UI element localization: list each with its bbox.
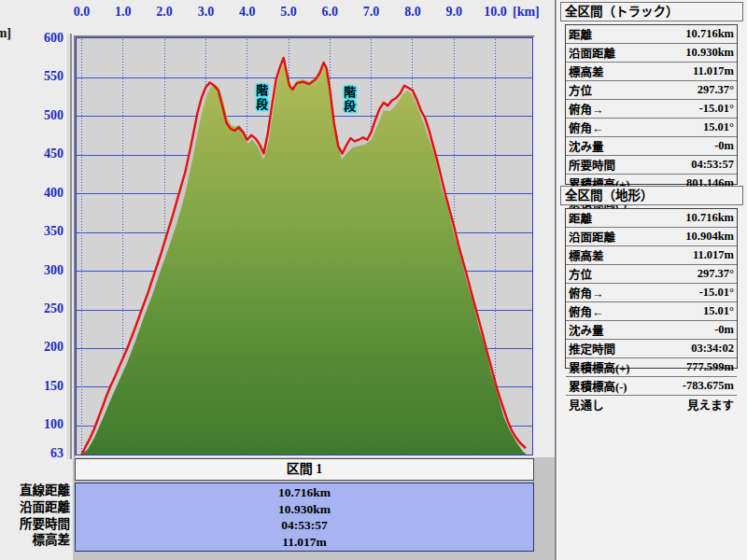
elevation-profile-window: [m] [km] 0.01.02.03.04.05.06.07.08.09.01… [0,0,747,560]
stat-label: 方位 [569,265,592,283]
terrain-area-fill [82,63,527,455]
segment-value: 10.930km [76,501,533,518]
x-axis-tick: 6.0 [311,5,348,20]
segment-label: 直線距離 [0,483,70,499]
x-axis-tick: 4.0 [229,5,266,20]
stat-value: 10.716km [685,211,734,225]
stat-row: 俯角←15.01° [566,119,737,137]
segment-value: 04:53:57 [76,517,533,534]
x-axis-tick: 7.0 [353,5,390,20]
stat-row: 累積標高(-)-783.675m [566,377,737,396]
stat-label: 累積標高(+) [569,358,629,376]
stat-label: 標高差 [569,246,604,264]
y-axis-tick: 100 [7,417,63,432]
stat-label: 沿面距離 [569,228,615,245]
stat-row: 沿面距離10.904km [566,228,737,246]
stat-label: 俯角← [569,302,604,320]
stat-label: 方位 [569,81,592,99]
x-axis-tick: 1.0 [105,5,142,20]
track-panel-header: 全区間（トラック） [560,2,743,21]
stat-value: 11.017m [693,64,734,78]
stat-label: 見通し [569,396,604,413]
y-axis-tick: 400 [7,186,63,201]
stat-row: 距離10.716km [566,25,737,44]
y-axis-tick: 300 [7,263,63,278]
stat-label: 沈み量 [569,321,604,339]
pane-splitter[interactable] [65,34,72,459]
y-axis-tick: 350 [7,224,63,239]
segment-header: 区間 1 [75,458,534,481]
stat-row: 標高差11.017m [566,63,737,81]
stat-row: 俯角←15.01° [566,302,737,321]
stat-row: 標高差11.017m [566,246,737,265]
y-axis-tick: 250 [7,301,63,316]
stat-row: 沈み量-0m [566,137,737,156]
y-axis-tick: 63 [7,446,63,461]
stat-label: 俯角→ [569,100,604,118]
stat-value: -0m [714,139,734,153]
x-axis-tick: 3.0 [187,5,224,20]
segment-value-box: 10.716km10.930km04:53:5711.017m [75,483,534,552]
segment-value: 10.716km [76,484,533,501]
segment-label: 所要時間 [0,516,70,533]
stat-value: -15.01° [699,286,734,300]
stat-row: 距離10.716km [566,209,737,228]
elevation-chart[interactable]: 階段階段 [76,37,533,455]
y-axis-tick: 150 [7,379,63,394]
stat-value: 10.904km [685,230,734,244]
info-pane: 全区間（トラック）距離10.716km沿面距離10.930km標高差11.017… [555,0,747,560]
stat-row: 方位297.37° [566,265,737,284]
stat-label: 標高差 [569,63,604,80]
stat-row: 推定時間03:34:02 [566,340,737,358]
stat-row: 累積標高(+)777.599m [566,358,737,377]
stat-value: -783.675m [683,379,734,393]
stat-label: 沿面距離 [569,44,615,62]
graph-pane: [m] [km] 0.01.02.03.04.05.06.07.08.09.01… [0,0,555,560]
plot-frame: 階段階段 [74,35,535,457]
y-axis-tick: 550 [7,69,63,84]
stat-label: 俯角← [569,119,604,136]
stat-value: -15.01° [699,102,734,116]
stat-label: 沈み量 [569,137,604,155]
stat-value: 297.37° [698,267,734,281]
x-axis-tick: 5.0 [270,5,307,20]
stat-row: 俯角→-15.01° [566,284,737,302]
x-axis-tick: 2.0 [146,5,183,20]
y-axis-tick: 600 [7,31,63,46]
stat-label: 累積標高(-) [569,377,627,395]
x-axis-tick: 10.0 [477,5,514,20]
stat-value: 11.017m [693,248,734,262]
stat-row: 沿面距離10.930km [566,44,737,63]
terrain-panel-header: 全区間（地形） [560,186,743,205]
stat-label: 所要時間 [569,156,615,174]
stat-row: 所要時間04:53:57 [566,156,737,175]
stat-row: 方位297.37° [566,81,737,100]
x-axis-tick: 9.0 [435,5,472,20]
stat-label: 距離 [569,25,592,43]
stat-label: 推定時間 [569,340,615,357]
segment-label: 沿面距離 [0,499,70,516]
stat-row: 見通し見えます [566,396,737,413]
stat-row: 沈み量-0m [566,321,737,340]
stat-label: 距離 [569,209,592,227]
stat-value: -0m [714,323,734,337]
track-panel-table: 距離10.716km沿面距離10.930km標高差11.017m方位297.37… [565,24,738,185]
segment-value: 11.017m [76,534,533,551]
x-axis-tick: 0.0 [63,5,101,20]
stat-value: 10.716km [685,27,734,41]
stat-value: 04:53:57 [691,158,734,172]
x-axis-unit-label: [km] [513,5,540,20]
stat-value: 10.930km [685,46,734,60]
stat-value: 15.01° [703,120,734,134]
stat-value: 297.37° [698,83,734,97]
y-axis-tick: 500 [7,108,63,123]
elevation-chart-svg [77,38,532,455]
stairs-annotation: 階段 [340,86,358,114]
stat-label: 俯角→ [569,284,604,301]
stat-value: 777.599m [686,360,734,374]
x-axis-tick: 8.0 [394,5,431,20]
y-axis-tick: 450 [7,147,63,161]
stat-value: 見えます [687,396,734,413]
stat-value: 15.01° [703,304,734,318]
stat-row: 俯角→-15.01° [566,100,737,119]
